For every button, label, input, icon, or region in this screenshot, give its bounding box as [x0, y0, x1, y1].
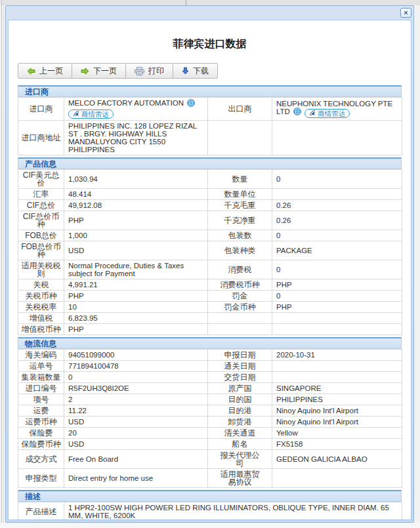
- field-label: 增值税: [18, 313, 64, 324]
- field-value: [272, 313, 402, 324]
- importer-table: 进口商 MELCO FACTORY AUTOMATION: [18, 97, 402, 155]
- description-section: 描述 产品描述1 HPR2-100SW HIGH POWER LED RING …: [18, 490, 402, 520]
- field-label: 关税税率: [18, 302, 64, 313]
- field-value: Ninoy Aquino Int'l Airport: [272, 416, 402, 428]
- field-value: 1,030.94: [64, 170, 208, 189]
- print-button[interactable]: 打印: [125, 63, 173, 79]
- backdrop-bottom-strip: [0, 523, 420, 528]
- logistics-info-table: 海关编码94051099000申报日期2020-10-31运单号77189410…: [18, 349, 402, 488]
- field-label: 罚金: [208, 291, 272, 302]
- field-value: [272, 189, 402, 200]
- field-value: GEDEON GALICIA ALBAO: [272, 450, 402, 469]
- field-label: 关税: [18, 279, 64, 291]
- field-value: 49,912.08: [64, 200, 208, 211]
- field-label: [208, 313, 272, 324]
- field-label: 罚金币种: [208, 302, 272, 313]
- field-value: 0.26: [272, 200, 402, 211]
- printer-icon: [135, 67, 144, 75]
- arrow-right-icon: [81, 68, 89, 75]
- field-label: 消费税币种: [208, 279, 272, 291]
- field-value: PHP: [64, 291, 208, 302]
- dialog-titlebar: ×: [6, 6, 413, 19]
- field-label: FOB总价: [18, 230, 64, 241]
- product-info-section: 产品信息 CIF美元总价1,030.94数量0汇率48.414数量单位CIF总价…: [18, 157, 402, 335]
- field-value: 4,991.21: [64, 279, 208, 291]
- field-label: CIF美元总价: [18, 170, 64, 189]
- product-info-table: CIF美元总价1,030.94数量0汇率48.414数量单位CIF总价49,91…: [18, 169, 402, 335]
- table-row: FOB总价币种USD包装种类PACKAGE: [18, 241, 402, 260]
- field-value: 0: [272, 260, 402, 279]
- table-row: CIF总价49,912.08千克毛重0.26: [18, 200, 402, 211]
- backdrop-divider-line: [186, 0, 186, 5]
- field-value: 11.22: [64, 405, 208, 416]
- radar-icon: [73, 110, 79, 118]
- table-row: 集装箱数量0交货日期: [18, 372, 402, 383]
- field-label: 包装数: [208, 230, 272, 241]
- field-label: 运单号: [18, 361, 64, 372]
- business-radar-badge[interactable]: 商情雷达: [304, 109, 350, 118]
- product-section-header: 产品信息: [18, 157, 402, 169]
- backdrop-left-edge-inner: [3, 0, 4, 528]
- field-value: [272, 121, 402, 155]
- arrow-down-icon: [182, 67, 189, 75]
- field-value: PHP: [272, 279, 402, 291]
- field-value: PHILIPPINES: [272, 394, 402, 405]
- field-value: USD: [64, 241, 208, 260]
- table-row: CIF总价币种PHP千克净重0.26: [18, 211, 402, 230]
- table-row: 增值税币种PHP: [18, 324, 402, 335]
- field-label: CIF总价币种: [18, 211, 64, 230]
- field-value: PACKAGE: [272, 241, 402, 260]
- field-label: FOB总价币种: [18, 241, 64, 260]
- table-row: 进口商 MELCO FACTORY AUTOMATION: [18, 98, 402, 121]
- field-value: [272, 372, 402, 383]
- field-label: 进口编号: [18, 383, 64, 394]
- field-label: 卸货港: [208, 416, 272, 428]
- field-label: 保险费币种: [18, 439, 64, 450]
- field-label: [208, 324, 272, 335]
- field-value: Yellow: [272, 428, 402, 439]
- field-value: SINGAPORE: [272, 383, 402, 394]
- field-label: 交货日期: [208, 372, 272, 383]
- field-value: 0: [272, 291, 402, 302]
- field-label: 通关日期: [208, 361, 272, 372]
- table-row: 保险费20清关通道Yellow: [18, 428, 402, 439]
- globe-icon[interactable]: [293, 108, 301, 117]
- table-row: 关税税率10罚金币种PHP: [18, 302, 402, 313]
- field-label: 关税币种: [18, 291, 64, 302]
- field-value: 0.26: [272, 211, 402, 230]
- field-value: 0: [64, 372, 208, 383]
- field-value: Normal Procedure, Duties & Taxes subject…: [64, 260, 208, 279]
- table-row: 增值税6,823.95: [18, 313, 402, 324]
- field-label: 原产国: [208, 383, 272, 394]
- radar-badge-label: 商情雷达: [81, 110, 109, 118]
- table-row: 海关编码94051099000申报日期2020-10-31: [18, 350, 402, 361]
- importer-section: 进口商 进口商 MELCO FACTORY AUTOMATION: [18, 85, 402, 155]
- prev-page-button[interactable]: 上一页: [18, 63, 72, 79]
- field-label: 保险费: [18, 428, 64, 439]
- download-button[interactable]: 下载: [173, 63, 218, 79]
- importer-name: MELCO FACTORY AUTOMATION: [68, 99, 184, 107]
- field-value: FX5158: [272, 439, 402, 450]
- field-label: [208, 121, 272, 155]
- field-label: 进口商: [18, 98, 64, 121]
- field-label: 数量单位: [208, 189, 272, 200]
- field-label: 目的国: [208, 394, 272, 405]
- radar-icon: [309, 110, 316, 117]
- close-icon[interactable]: ×: [400, 8, 411, 18]
- table-row: 运费11.22目的港Ninoy Aquino Int'l Airport: [18, 405, 402, 416]
- page-title: 菲律宾进口数据: [9, 37, 411, 51]
- business-radar-badge[interactable]: 商情雷达: [68, 110, 114, 119]
- field-value: USD: [64, 439, 208, 450]
- field-value: PHP: [64, 324, 208, 335]
- description-table: 产品描述1 HPR2-100SW HIGH POWER LED RING ILL…: [18, 502, 402, 520]
- field-label: 报关代理公司: [208, 450, 272, 469]
- backdrop-left-edge: [1, 0, 2, 528]
- field-value: 0: [272, 230, 402, 241]
- next-page-button[interactable]: 下一页: [72, 63, 126, 79]
- field-label: 千克毛重: [208, 200, 272, 211]
- field-value: Direct entry for home use: [64, 469, 208, 488]
- field-value: [272, 361, 402, 372]
- globe-icon[interactable]: [187, 99, 195, 108]
- field-label: 出口商: [208, 98, 272, 121]
- field-label: 成交方式: [18, 450, 64, 469]
